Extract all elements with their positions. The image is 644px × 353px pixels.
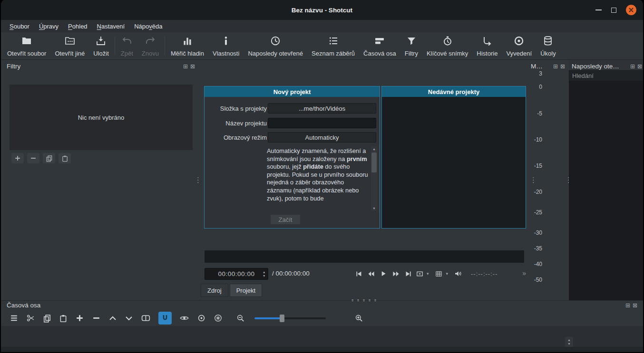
ripple-delete-icon[interactable] [92, 314, 101, 323]
zoom-out-icon[interactable] [236, 314, 245, 323]
close-panel-icon[interactable]: ⊠ [637, 64, 642, 69]
scroll-up-icon[interactable]: ▲ [371, 146, 377, 152]
menu-soubor[interactable]: Soubor [5, 21, 34, 31]
toolbar-redo[interactable]: Znovu [137, 32, 163, 59]
toolbar-peak-meter[interactable]: Měřič hladin [166, 32, 208, 59]
toolbar-keyframes[interactable]: Klíčové snímky [422, 32, 472, 59]
new-project-panel: Nový projekt Složka s projekty ...me/tho… [204, 86, 380, 229]
timeline-tracks-area[interactable] [1, 326, 643, 347]
menu-nastaveni[interactable]: Nastavení [92, 21, 130, 31]
selected-duration: --:--:--:-- [471, 270, 498, 277]
menu-napoveda[interactable]: Nápověda [129, 21, 167, 31]
peak-meter-panel: M… ⊞ ⊠ 3 0 -5 -10 -15 -20 -25 -30 -35 -4… [528, 60, 568, 300]
toolbar-export[interactable]: Vyvedení [502, 32, 536, 59]
fast-forward-button[interactable] [390, 268, 401, 279]
tab-source[interactable]: Zdroj [201, 284, 228, 297]
timeline-title: Časová osa [7, 302, 40, 309]
toolbar-history[interactable]: Historie [472, 32, 502, 59]
grid-dropdown-icon[interactable]: ▾ [446, 271, 449, 276]
append-icon[interactable] [75, 314, 84, 323]
cut-icon[interactable] [26, 314, 35, 323]
ripple-all-tracks-icon[interactable] [214, 314, 223, 323]
volume-icon[interactable] [452, 268, 464, 279]
snap-toggle-button[interactable] [158, 312, 172, 324]
scrub-while-dragging-icon[interactable] [179, 313, 189, 323]
export-icon [513, 35, 525, 48]
remove-filter-button[interactable] [27, 153, 39, 163]
menu-pohled[interactable]: Pohled [63, 21, 92, 31]
description-scrollbar[interactable]: ▲ ▼ [371, 146, 377, 211]
overwrite-icon[interactable] [125, 314, 133, 323]
skip-to-end-button[interactable] [402, 268, 414, 279]
add-filter-button[interactable] [11, 153, 24, 163]
recent-search-input[interactable] [569, 70, 644, 81]
timeline-zoom-slider[interactable] [254, 317, 326, 319]
copy-filters-button[interactable] [43, 153, 55, 163]
undock-icon[interactable]: ⊞ [183, 64, 188, 69]
close-panel-icon[interactable]: ⊠ [633, 303, 637, 308]
paste-filters-button[interactable] [59, 153, 71, 163]
scroll-down-icon[interactable]: ▼ [371, 206, 377, 211]
timeline-toolbar [1, 310, 643, 326]
zoom-fit-button[interactable] [414, 268, 425, 279]
total-duration: / 00:00:00:00 [272, 270, 310, 277]
maximize-icon[interactable] [611, 8, 616, 13]
recent-files-title: Naposledy ote… [572, 63, 619, 70]
undock-icon[interactable]: ⊞ [625, 303, 630, 308]
project-name-input[interactable] [268, 118, 376, 128]
projects-folder-button[interactable]: ...me/thor/Vidéos [268, 103, 376, 114]
toolbar-filters[interactable]: Filtry [400, 32, 422, 59]
grid-button[interactable] [433, 268, 445, 279]
toolbar-undo[interactable]: Zpět [117, 32, 137, 59]
close-icon[interactable] [626, 5, 636, 15]
player-seek-bar[interactable] [205, 250, 524, 263]
menu-upravy[interactable]: Úpravy [34, 21, 63, 31]
close-panel-icon[interactable]: ⊠ [190, 64, 195, 69]
center-playhead-icon[interactable] [197, 314, 206, 323]
recent-files-list[interactable] [569, 81, 644, 300]
tab-project[interactable]: Projekt [230, 284, 262, 297]
scrollbar-thumb[interactable] [371, 153, 377, 172]
toolbar-save[interactable]: Uložit [89, 32, 113, 59]
timecode-spinner[interactable]: ▲▼ [261, 269, 267, 279]
toolbar-recent[interactable]: Naposledy otevřené [244, 32, 307, 59]
toolbar-open-file[interactable]: Otevřít soubor [3, 32, 50, 59]
toolbar-jobs[interactable]: Úkoly [536, 32, 560, 59]
rewind-button[interactable] [365, 268, 377, 279]
undock-icon[interactable]: ⊞ [553, 64, 558, 69]
zoom-dropdown-icon[interactable]: ▾ [427, 271, 429, 276]
player-tabs: Zdroj Projekt [201, 284, 262, 297]
lift-icon[interactable] [108, 314, 117, 323]
project-name-label: Název projektu [207, 120, 267, 127]
clock-icon [270, 35, 281, 48]
position-timecode[interactable]: 00:00:00:00 ▲▼ [205, 268, 268, 280]
toolbar-properties[interactable]: Vlastnosti [208, 32, 244, 59]
copy-icon[interactable] [43, 314, 51, 323]
timeline-menu-icon[interactable] [10, 314, 19, 323]
timeline-scroll-widget[interactable]: ▲▼ [565, 337, 573, 347]
transport-controls: 00:00:00:00 ▲▼ / 00:00:00:00 ▾ ▾ [201, 267, 528, 282]
zoom-slider-handle[interactable] [280, 315, 284, 322]
meter-scale-value: -5 [528, 110, 542, 117]
open-file-icon [21, 35, 32, 48]
video-mode-button[interactable]: Automaticky [268, 132, 376, 143]
marker-icon[interactable] [141, 313, 151, 323]
filters-panel: Filtry ⊞ ⊠ Nic není vybráno [1, 60, 201, 300]
meter-scale-value: 3 [528, 70, 542, 77]
toolbar-timeline[interactable]: Časová osa [359, 32, 400, 59]
close-panel-icon[interactable]: ⊠ [560, 64, 565, 69]
meter-scale-value: -50 [528, 277, 542, 283]
undock-icon[interactable]: ⊞ [630, 64, 635, 69]
toolbar-overflow-icon[interactable]: » [522, 269, 526, 277]
start-button[interactable]: Začít [270, 214, 301, 225]
toolbar-playlist[interactable]: Seznam záběrů [307, 32, 359, 59]
play-button[interactable] [378, 268, 389, 279]
meter-scale-value: -20 [528, 189, 542, 195]
zoom-in-icon[interactable] [354, 314, 363, 323]
skip-to-start-button[interactable] [353, 268, 364, 279]
main-area: Filtry ⊞ ⊠ Nic není vybráno ⋮ ⋮ ⋮ Nový p… [1, 60, 643, 300]
undo-icon [121, 35, 133, 48]
minimize-icon[interactable] [595, 10, 602, 10]
toolbar-open-other[interactable]: Otevřít jiné [50, 32, 89, 59]
paste-icon[interactable] [59, 314, 68, 323]
